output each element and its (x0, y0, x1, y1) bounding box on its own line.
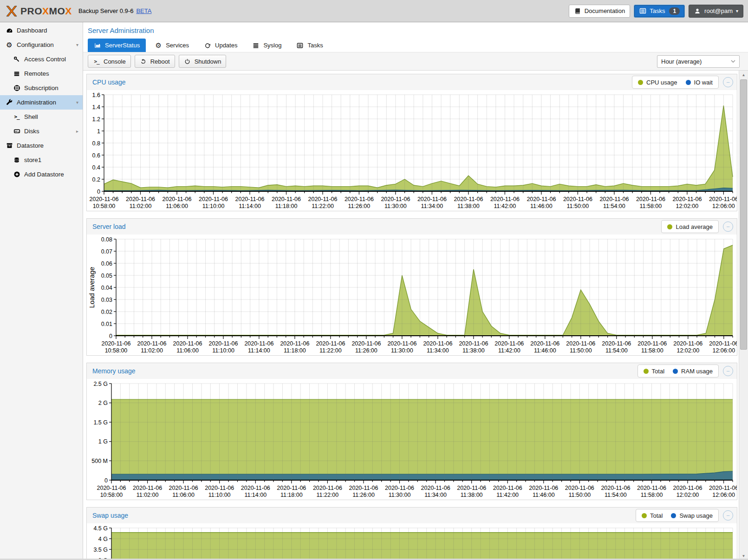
svg-text:0: 0 (97, 189, 100, 195)
svg-text:0.03: 0.03 (101, 297, 112, 303)
svg-text:11:06:00: 11:06:00 (176, 347, 199, 354)
svg-text:Load average: Load average (88, 267, 96, 308)
swap-usage-panel-header: Swap usage TotalSwap usage − (87, 508, 737, 523)
svg-text:0.2: 0.2 (92, 176, 100, 183)
svg-text:2020-11-06: 2020-11-06 (345, 196, 374, 202)
user-icon (694, 8, 701, 14)
svg-text:11:38:00: 11:38:00 (461, 492, 483, 498)
memory-usage-legend: TotalRAM usage (637, 365, 719, 378)
legend-dot (673, 369, 678, 374)
tasks-button[interactable]: Tasks 1 (634, 5, 685, 18)
svg-text:2020-11-06: 2020-11-06 (387, 340, 416, 347)
legend-dot (686, 80, 691, 85)
vertical-scrollbar[interactable]: ▲ ▼ (739, 71, 748, 560)
sidebar-item-administration[interactable]: Administration ▾ (0, 95, 83, 110)
svg-text:11:14:00: 11:14:00 (248, 347, 270, 354)
sidebar-item-configuration[interactable]: ⚙ Configuration ▾ (0, 38, 83, 52)
svg-text:2020-11-06: 2020-11-06 (313, 485, 342, 491)
panel-title: Server load (92, 223, 126, 230)
svg-text:2020-11-06: 2020-11-06 (205, 485, 234, 491)
svg-text:2020-11-06: 2020-11-06 (637, 485, 666, 491)
svg-text:2020-11-06: 2020-11-06 (308, 196, 337, 202)
svg-text:11:46:00: 11:46:00 (533, 492, 555, 498)
svg-text:11:26:00: 11:26:00 (352, 492, 375, 498)
svg-text:500 M: 500 M (91, 458, 108, 464)
svg-text:1.5 G: 1.5 G (93, 419, 108, 426)
sidebar: Dashboard ⚙ Configuration ▾ Access Contr… (0, 22, 83, 559)
list-icon (252, 42, 260, 49)
svg-text:0: 0 (104, 477, 108, 484)
svg-text:2020-11-06: 2020-11-06 (89, 196, 118, 202)
sidebar-item-add-datastore[interactable]: Add Datastore (0, 167, 83, 182)
sidebar-item-dashboard[interactable]: Dashboard (0, 23, 83, 38)
svg-text:2020-11-06: 2020-11-06 (137, 340, 166, 347)
sidebar-item-datastore[interactable]: Datastore (0, 138, 83, 153)
documentation-button[interactable]: Documentation (569, 5, 630, 18)
svg-text:2020-11-06: 2020-11-06 (173, 340, 202, 347)
tasks-list-icon (296, 42, 304, 49)
console-button[interactable]: >_ Console (88, 55, 131, 68)
collapse-panel-button[interactable]: − (723, 510, 733, 521)
svg-text:0.07: 0.07 (101, 248, 112, 255)
scrollbar-thumb[interactable] (740, 79, 747, 350)
legend-label: Total (650, 512, 663, 519)
legend-label: RAM usage (681, 368, 713, 375)
tab-tasks[interactable]: Tasks (290, 39, 329, 52)
legend-label: Load average (676, 223, 713, 230)
sidebar-item-remotes[interactable]: Remotes (0, 66, 83, 81)
svg-text:11:18:00: 11:18:00 (280, 492, 303, 498)
collapse-panel-button[interactable]: − (723, 77, 733, 87)
svg-text:2020-11-06: 2020-11-06 (454, 196, 483, 202)
svg-text:0.05: 0.05 (101, 273, 112, 279)
svg-text:11:54:00: 11:54:00 (603, 203, 625, 209)
svg-text:11:30:00: 11:30:00 (384, 203, 407, 209)
sidebar-item-subscription[interactable]: Subscription (0, 81, 83, 95)
reboot-button[interactable]: Reboot (135, 55, 175, 68)
svg-text:2020-11-06: 2020-11-06 (601, 485, 630, 491)
tab-serverstatus[interactable]: ServerStatus (88, 39, 146, 52)
tab-services[interactable]: ⚙ Services (149, 39, 195, 52)
svg-text:0.8: 0.8 (92, 140, 100, 147)
server-load-panel-header: Server load Load average − (87, 219, 737, 234)
shutdown-button[interactable]: Shutdown (179, 55, 227, 68)
sidebar-item-store1[interactable]: store1 (0, 153, 83, 167)
svg-text:11:50:00: 11:50:00 (567, 203, 589, 209)
proxmox-logo: PROXMOX (5, 5, 72, 17)
terminal-icon: >_ (93, 59, 100, 65)
svg-text:2020-11-06: 2020-11-06 (636, 196, 665, 202)
sidebar-item-shell[interactable]: >_ Shell (0, 110, 83, 124)
key-icon (13, 56, 20, 63)
cpu-usage-chart: 1.61.41.210.80.60.40.202020-11-0610:58:0… (87, 90, 737, 211)
svg-text:2020-11-06: 2020-11-06 (673, 485, 702, 491)
svg-text:2020-11-06: 2020-11-06 (351, 340, 381, 347)
server-load-legend: Load average (661, 220, 719, 233)
scroll-up-arrow[interactable]: ▲ (739, 71, 748, 78)
swap-usage-legend: TotalSwap usage (636, 509, 719, 522)
tab-updates[interactable]: Updates (198, 39, 243, 52)
user-menu-button[interactable]: root@pam ▾ (689, 5, 743, 18)
svg-text:0.4: 0.4 (92, 164, 100, 171)
legend-dot (671, 513, 676, 518)
svg-text:11:22:00: 11:22:00 (317, 492, 339, 498)
svg-text:2020-11-06: 2020-11-06 (381, 196, 410, 202)
sidebar-item-disks[interactable]: Disks ▸ (0, 124, 83, 138)
time-range-select[interactable]: Hour (average) (657, 55, 740, 68)
svg-text:11:38:00: 11:38:00 (457, 203, 480, 209)
sidebar-item-access-control[interactable]: Access Control (0, 52, 83, 66)
svg-text:11:10:00: 11:10:00 (202, 203, 225, 209)
server-list-icon (13, 71, 20, 77)
terminal-icon: >_ (13, 114, 20, 120)
svg-text:2020-11-06: 2020-11-06 (459, 340, 488, 347)
svg-text:2020-11-06: 2020-11-06 (272, 196, 301, 202)
collapse-panel-button[interactable]: − (723, 366, 733, 376)
tab-syslog[interactable]: Syslog (246, 39, 287, 52)
proxmox-x-icon (5, 5, 19, 17)
panel-title: Swap usage (92, 512, 128, 519)
legend-item: Total (644, 368, 664, 375)
svg-text:2020-11-06: 2020-11-06 (385, 485, 414, 491)
collapse-panel-button[interactable]: − (723, 221, 733, 232)
database-icon (13, 157, 20, 163)
proxmox-wordmark: PROXMOX (20, 6, 72, 17)
beta-link[interactable]: BETA (136, 7, 151, 14)
power-icon (184, 59, 191, 65)
